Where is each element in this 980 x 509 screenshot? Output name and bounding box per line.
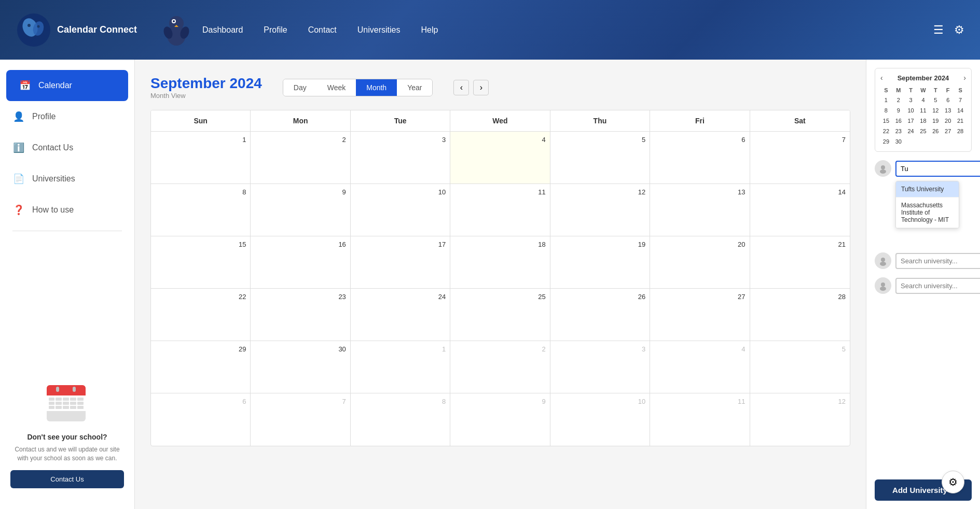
mini-cal-day[interactable]: 9: [893, 106, 904, 115]
calendar-day[interactable]: 15: [151, 236, 251, 288]
uni-search-input-1[interactable]: [895, 161, 980, 177]
mini-cal-day[interactable]: 4: [918, 95, 929, 105]
mini-cal-day[interactable]: 23: [893, 126, 904, 136]
calendar-day[interactable]: 4: [650, 341, 750, 393]
calendar-day[interactable]: 8: [351, 393, 450, 446]
settings-icon[interactable]: ⚙: [954, 23, 964, 37]
nav-universities[interactable]: Universities: [357, 25, 401, 35]
calendar-day[interactable]: 10: [351, 184, 450, 236]
nav-dashboard[interactable]: Dashboard: [202, 25, 243, 35]
calendar-day[interactable]: 19: [550, 236, 650, 288]
mini-cal-day[interactable]: 10: [905, 106, 917, 115]
nav-profile[interactable]: Profile: [264, 25, 287, 35]
calendar-day[interactable]: 3: [351, 132, 450, 183]
mini-cal-day[interactable]: 18: [918, 116, 929, 125]
calendar-day[interactable]: 6: [151, 393, 251, 446]
mini-cal-day[interactable]: 7: [955, 95, 966, 105]
logo[interactable]: Calendar Connect: [16, 12, 137, 48]
mini-cal-day[interactable]: 1: [880, 95, 892, 105]
mini-cal-day[interactable]: 3: [905, 95, 917, 105]
calendar-day[interactable]: 23: [251, 289, 350, 341]
mini-cal-day[interactable]: 13: [942, 106, 954, 115]
calendar-day[interactable]: 10: [550, 393, 650, 446]
view-week-button[interactable]: Week: [317, 79, 356, 96]
calendar-day[interactable]: 30: [251, 341, 350, 393]
dropdown-item-mit[interactable]: Massachusetts Institute of Technology - …: [896, 197, 959, 228]
uni-search-input-2[interactable]: [895, 253, 980, 269]
mini-cal-day[interactable]: 30: [893, 137, 904, 146]
sidebar-item-contact[interactable]: ℹ️ Contact Us: [0, 132, 134, 163]
mini-cal-day[interactable]: 22: [880, 126, 892, 136]
sidebar-item-calendar[interactable]: 📅 Calendar: [6, 70, 128, 101]
mini-cal-day[interactable]: 25: [918, 126, 929, 136]
mini-cal-day[interactable]: 20: [942, 116, 954, 125]
calendar-day[interactable]: 21: [750, 236, 850, 288]
calendar-day[interactable]: 22: [151, 289, 251, 341]
calendar-day[interactable]: 13: [650, 184, 750, 236]
calendar-day[interactable]: 5: [750, 341, 850, 393]
calendar-day[interactable]: 18: [450, 236, 550, 288]
calendar-day[interactable]: 7: [750, 132, 850, 183]
calendar-day[interactable]: 26: [550, 289, 650, 341]
hamburger-icon[interactable]: ☰: [933, 23, 944, 37]
mini-cal-day[interactable]: 14: [955, 106, 966, 115]
calendar-day[interactable]: 11: [650, 393, 750, 446]
mini-cal-day[interactable]: 21: [955, 116, 966, 125]
calendar-day[interactable]: 29: [151, 341, 251, 393]
calendar-day[interactable]: 7: [251, 393, 350, 446]
mini-cal-prev[interactable]: ‹: [880, 74, 883, 82]
calendar-day[interactable]: 6: [650, 132, 750, 183]
view-year-button[interactable]: Year: [397, 79, 432, 96]
calendar-day[interactable]: 12: [550, 184, 650, 236]
dropdown-item-tufts[interactable]: Tufts University: [896, 181, 959, 197]
mini-cal-day[interactable]: 26: [930, 126, 941, 136]
calendar-day[interactable]: 17: [351, 236, 450, 288]
calendar-day[interactable]: 20: [650, 236, 750, 288]
calendar-day[interactable]: 2: [450, 341, 550, 393]
uni-search-input-3[interactable]: [895, 278, 980, 294]
calendar-day[interactable]: 8: [151, 184, 251, 236]
mini-cal-day[interactable]: 12: [930, 106, 941, 115]
calendar-day[interactable]: 25: [450, 289, 550, 341]
mini-cal-day[interactable]: 16: [893, 116, 904, 125]
nav-contact[interactable]: Contact: [308, 25, 337, 35]
mini-cal-day[interactable]: 6: [942, 95, 954, 105]
mini-cal-day[interactable]: 11: [918, 106, 929, 115]
mini-cal-day[interactable]: 17: [905, 116, 917, 125]
calendar-day[interactable]: 1: [151, 132, 251, 183]
calendar-day[interactable]: 2: [251, 132, 350, 183]
calendar-day[interactable]: 28: [750, 289, 850, 341]
calendar-day[interactable]: 1: [351, 341, 450, 393]
mini-cal-day[interactable]: 15: [880, 116, 892, 125]
mini-cal-day[interactable]: 28: [955, 126, 966, 136]
mini-cal-day[interactable]: 27: [942, 126, 954, 136]
calendar-day[interactable]: 16: [251, 236, 350, 288]
mini-cal-day[interactable]: 29: [880, 137, 892, 146]
calendar-day[interactable]: 24: [351, 289, 450, 341]
calendar-day[interactable]: 12: [750, 393, 850, 446]
calendar-day[interactable]: 3: [550, 341, 650, 393]
mini-cal-next[interactable]: ›: [963, 74, 966, 82]
mini-cal-day[interactable]: 19: [930, 116, 941, 125]
sidebar-contact-button[interactable]: Contact Us: [10, 470, 124, 488]
view-day-button[interactable]: Day: [283, 79, 317, 96]
nav-help[interactable]: Help: [421, 25, 438, 35]
calendar-day[interactable]: 11: [450, 184, 550, 236]
bottom-settings-button[interactable]: ⚙: [942, 471, 964, 493]
mini-cal-day[interactable]: 8: [880, 106, 892, 115]
mini-cal-day[interactable]: 2: [893, 95, 904, 105]
mini-cal-day[interactable]: 24: [905, 126, 917, 136]
sidebar-item-howto[interactable]: ❓ How to use: [0, 194, 134, 225]
mini-cal-day[interactable]: 5: [930, 95, 941, 105]
sidebar-item-profile[interactable]: 👤 Profile: [0, 101, 134, 132]
next-month-button[interactable]: ›: [473, 80, 489, 95]
calendar-day[interactable]: 14: [750, 184, 850, 236]
calendar-day[interactable]: 9: [251, 184, 350, 236]
calendar-day[interactable]: 4: [450, 132, 550, 183]
calendar-day[interactable]: 9: [450, 393, 550, 446]
calendar-day[interactable]: 5: [550, 132, 650, 183]
view-month-button[interactable]: Month: [356, 79, 397, 96]
calendar-day[interactable]: 27: [650, 289, 750, 341]
prev-month-button[interactable]: ‹: [453, 80, 469, 95]
sidebar-item-universities[interactable]: 📄 Universities: [0, 163, 134, 194]
